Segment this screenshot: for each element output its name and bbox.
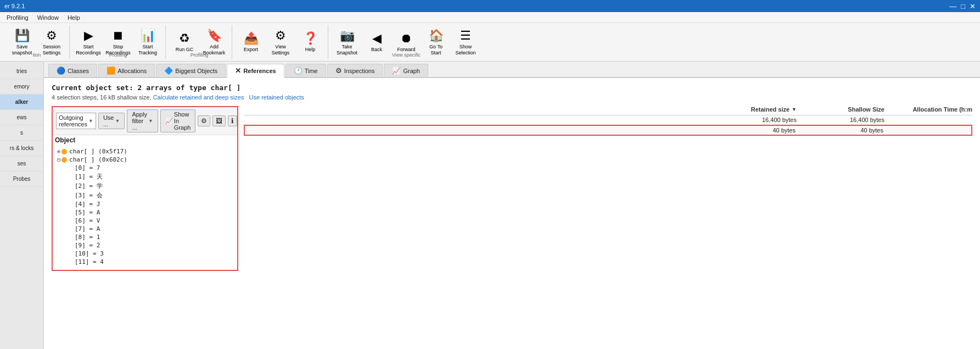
tree-child-2[interactable]: [2] = 学: [55, 181, 235, 191]
shallow-header[interactable]: Shallow Size: [797, 106, 884, 113]
dropdown-label: Outgoing references: [59, 114, 87, 128]
export-icon: 📤: [244, 31, 259, 46]
sidebar-item-probes[interactable]: Probes: [0, 171, 43, 187]
bookmark-icon: 🔖: [207, 29, 222, 43]
content-area: 🔵 Classes 🟧 Allocations 🔷 Biggest Object…: [44, 62, 980, 349]
tab-allocations[interactable]: 🟧 Allocations: [98, 64, 155, 77]
child-text-8: [8] = 1: [75, 234, 100, 241]
tree-child-6[interactable]: [6] = V: [55, 217, 235, 225]
tree-child-10[interactable]: [10] = 3: [55, 250, 235, 258]
title-bar-text: er 9.2.1: [4, 3, 25, 9]
tree-child-5[interactable]: [5] = A: [55, 208, 235, 217]
tree-row-node2[interactable]: ⊟ char[ ] (0x602c): [55, 156, 235, 164]
tab-inspections[interactable]: ⚙ Inspections: [327, 64, 383, 77]
toolbar-group-profiling: ▶ StartRecordings ⏹ StopRecordings 📊 Sta…: [71, 25, 166, 59]
tab-classes[interactable]: 🔵 Classes: [48, 64, 97, 77]
tree-child-11[interactable]: [11] = 4: [55, 258, 235, 266]
tree-content[interactable]: ⊕ char[ ] (0x5f17) ⊟ char[ ] (0x602c): [53, 145, 237, 270]
data-row-2[interactable]: 40 bytes 40 bytes: [244, 125, 972, 136]
minimize-button[interactable]: —: [949, 3, 956, 10]
tab-references[interactable]: ✕ References: [227, 64, 284, 78]
tab-graph[interactable]: 📈 Graph: [384, 64, 428, 77]
export-button[interactable]: 📤 Export: [237, 26, 265, 58]
toolbar-group-view: 📷 TakeSnapshot ◀ Back ⏺ Forward 🏠 Go ToS…: [329, 25, 483, 59]
node-dot-2: [61, 157, 67, 163]
title-bar: er 9.2.1 — □ ✕: [0, 0, 980, 12]
sidebar-item-memory[interactable]: emory: [0, 79, 43, 95]
child-text-10: [10] = 3: [75, 250, 104, 257]
tree-child-3[interactable]: [3] = 会: [55, 191, 235, 200]
sidebar-item-s[interactable]: s: [0, 125, 43, 141]
expand-icon-1[interactable]: ⊕: [57, 148, 60, 154]
tree-child-9[interactable]: [9] = 2: [55, 241, 235, 250]
export-icon-btn[interactable]: 🖼: [212, 115, 226, 126]
show-in-graph-button[interactable]: 📈 Show In Graph: [160, 109, 196, 132]
reference-type-dropdown[interactable]: Outgoing references ▼: [56, 113, 96, 129]
settings-icon: ⚙: [46, 29, 57, 43]
sidebar-item-walker[interactable]: alker: [0, 95, 43, 110]
data-area: Retained size ▼ Shallow Size Allocation …: [238, 106, 972, 271]
cell-retained-1: 16,400 bytes: [698, 117, 797, 123]
menu-window[interactable]: Window: [33, 14, 63, 21]
child-text-11: [11] = 4: [75, 258, 104, 265]
apply-filter-button[interactable]: Apply filter ... ▼: [127, 109, 158, 132]
menu-profiling[interactable]: Profiling: [2, 14, 33, 21]
object-set-steps: 4 selection steps, 16 kB shallow size,: [52, 94, 152, 101]
child-text-6: [6] = V: [75, 217, 100, 224]
sidebar-item-ses[interactable]: ses: [0, 156, 43, 171]
group-label-profiling: Profiling: [71, 52, 165, 58]
settings-icon-btn[interactable]: ⚙: [198, 115, 210, 126]
child-text-4: [4] = J: [75, 201, 100, 208]
toolbar-group-gc: ♻ Run GC 🔖 AddBookmark Profiling: [167, 25, 232, 59]
use-button-label: Use ...: [103, 114, 114, 128]
use-button[interactable]: Use ... ▼: [98, 113, 125, 129]
sidebar-item-locks[interactable]: rs & locks: [0, 141, 43, 156]
tree-row-node1[interactable]: ⊕ char[ ] (0x5f17): [55, 147, 235, 156]
cell-retained-2: 40 bytes: [697, 127, 796, 134]
object-set-title: Current object set: 2 arrays of type cha…: [52, 84, 972, 92]
tree-child-1[interactable]: [1] = 天: [55, 172, 235, 181]
help-button[interactable]: ❓ Help: [296, 26, 324, 58]
node-dot-1: [61, 149, 67, 154]
sidebar-item-ews[interactable]: ews: [0, 110, 43, 125]
group-label-gc: Profiling: [167, 52, 232, 58]
tree-panel: Outgoing references ▼ Use ... ▼ Apply fi…: [52, 106, 238, 271]
tree-child-8[interactable]: [8] = 1: [55, 233, 235, 241]
retained-header[interactable]: Retained size ▼: [698, 106, 797, 113]
child-text-3: [3] = 会: [75, 191, 103, 200]
expand-icon-2[interactable]: ⊟: [57, 157, 60, 163]
tracking-icon: 📊: [141, 29, 155, 43]
shallow-label: Shallow Size: [848, 106, 884, 113]
references-area: Outgoing references ▼ Use ... ▼ Apply fi…: [52, 106, 972, 271]
child-text-5: [5] = A: [75, 209, 100, 216]
data-row-1[interactable]: 16,400 bytes 16,400 bytes: [244, 115, 972, 125]
tab-time[interactable]: 🕐 Time: [285, 64, 326, 77]
classes-tab-icon: 🔵: [57, 67, 65, 75]
time-tab-icon: 🕐: [294, 67, 303, 75]
snapshot-icon: 📷: [340, 29, 355, 43]
alloc-header[interactable]: Allocation Time (h:m: [884, 106, 972, 113]
use-chevron-icon: ▼: [115, 118, 120, 124]
menu-help[interactable]: Help: [63, 14, 85, 21]
close-button[interactable]: ✕: [970, 3, 976, 10]
apply-filter-label: Apply filter ...: [132, 111, 147, 131]
maximize-button[interactable]: □: [961, 3, 965, 10]
tab-graph-label: Graph: [403, 68, 420, 74]
cell-shallow-2: 40 bytes: [796, 127, 883, 134]
menu-bar: Profiling Window Help: [0, 12, 980, 23]
tab-classes-label: Classes: [68, 68, 89, 74]
info-icon-btn[interactable]: ℹ: [228, 115, 237, 126]
gc-icon: ♻: [179, 31, 190, 46]
tab-biggest-objects[interactable]: 🔷 Biggest Objects: [156, 64, 226, 77]
toolbar-group-action: 💾 Savesnapshot ⚙ SessionSettings tion: [4, 25, 70, 59]
view-settings-button[interactable]: ⚙ ViewSettings: [266, 26, 295, 58]
tree-child-0[interactable]: [0] = 7: [55, 164, 235, 172]
data-rows: 16,400 bytes 16,400 bytes 40 bytes 40 by…: [244, 115, 972, 136]
sidebar-item-tries[interactable]: tries: [0, 64, 43, 79]
tab-inspections-label: Inspections: [344, 68, 375, 74]
tree-child-4[interactable]: [4] = J: [55, 200, 235, 208]
tree-child-7[interactable]: [7] = A: [55, 225, 235, 233]
calculate-retained-link[interactable]: Calculate retained and deep sizes: [153, 94, 244, 101]
use-retained-link[interactable]: Use retained objects: [249, 94, 304, 101]
sort-icon: ▼: [792, 107, 797, 112]
